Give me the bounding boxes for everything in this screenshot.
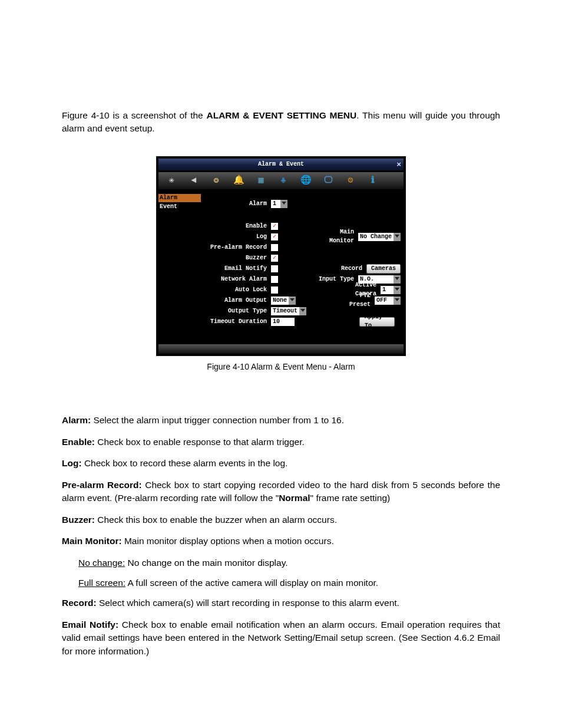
figure-caption: Figure 4-10 Alarm & Event Menu - Alarm <box>62 361 500 373</box>
main-monitor-select[interactable]: No Change <box>358 233 401 241</box>
prealarm-checkbox[interactable] <box>271 244 278 251</box>
email-checkbox[interactable] <box>271 265 278 272</box>
bell-icon[interactable]: 🔔 <box>229 173 248 187</box>
autolock-checkbox[interactable] <box>271 286 278 294</box>
desc-enable: Enable: Check box to enable response to … <box>62 436 500 449</box>
label-outtype: Output Type <box>203 307 269 316</box>
label-prealarm: Pre-alarm Record <box>203 243 269 252</box>
alarm-event-dialog: Alarm & Event × ✳ ◄ ❂ 🔔 ▦ ♣ 🌐 🖵 ⚙ ℹ Alar… <box>156 156 406 356</box>
network-icon[interactable]: ♣ <box>274 173 293 187</box>
timeout-input[interactable]: 10 <box>271 318 295 326</box>
label-autolock: Auto Lock <box>203 286 269 295</box>
motion-icon[interactable]: ✳ <box>162 173 181 187</box>
alarm-select[interactable]: 1 <box>271 200 287 208</box>
desc-prealarm: Pre-alarm Record: Check box to start cop… <box>62 479 500 505</box>
label-log: Log <box>203 233 269 242</box>
intro-prefix: Figure 4-10 is a screenshot of the <box>62 110 207 120</box>
desc-mainmon: Main Monitor: Main monitor display optio… <box>62 535 500 548</box>
record-cameras-button[interactable]: Cameras <box>366 264 401 274</box>
dialog-titlebar: Alarm & Event × <box>158 159 404 170</box>
desc-email: Email Notify: Check box to enable email … <box>62 618 500 658</box>
desc-buzzer: Buzzer: Check this box to enable the buz… <box>62 513 500 526</box>
label-network: Network Alarm <box>203 275 269 284</box>
sidebar-item-alarm[interactable]: Alarm <box>158 194 201 203</box>
dialog-title: Alarm & Event <box>258 161 304 167</box>
web-icon[interactable]: 🌐 <box>296 173 315 187</box>
desc-fullscreen: Full screen: A full screen of the active… <box>62 577 500 589</box>
label-main-monitor: Main Monitor <box>313 228 356 245</box>
label-record: Record <box>322 265 364 274</box>
log-checkbox[interactable]: ✓ <box>271 233 278 241</box>
label-enable: Enable <box>203 222 269 231</box>
sidebar-item-event[interactable]: Event <box>158 203 201 212</box>
dialog-sidebar: Alarm Event <box>157 192 203 342</box>
monitor-icon[interactable]: 🖵 <box>319 173 338 187</box>
buzzer-checkbox[interactable]: ✓ <box>271 255 278 262</box>
desc-log: Log: Check box to record these alarm eve… <box>62 457 500 470</box>
gear-icon[interactable]: ⚙ <box>341 173 360 187</box>
label-ptz: PTZ Preset <box>340 292 372 309</box>
desc-alarm: Alarm: Select the alarm input trigger co… <box>62 414 500 427</box>
outtype-select[interactable]: Timeout <box>271 307 306 315</box>
clock-icon[interactable]: ▦ <box>252 173 270 187</box>
activecam-select[interactable]: 1 <box>381 286 401 294</box>
desc-nochange: No change: No change on the main monitor… <box>62 556 500 569</box>
label-timeout: Timeout Duration <box>203 318 269 327</box>
camera-icon[interactable]: ◄ <box>184 173 203 187</box>
label-buzzer: Buzzer <box>203 254 269 263</box>
info-icon[interactable]: ℹ <box>363 173 382 187</box>
close-icon[interactable]: × <box>396 159 401 171</box>
enable-checkbox[interactable]: ✓ <box>271 223 278 230</box>
label-alarm: Alarm <box>203 200 269 209</box>
dialog-footer <box>158 344 404 354</box>
intro-bold: ALARM & EVENT SETTING MENU <box>207 110 357 120</box>
ptz-select[interactable]: OFF <box>375 297 401 305</box>
search-icon[interactable]: ❂ <box>207 173 226 187</box>
inputtype-select[interactable]: N.O. <box>358 275 401 284</box>
dialog-toolbar: ✳ ◄ ❂ 🔔 ▦ ♣ 🌐 🖵 ⚙ ℹ <box>158 172 404 190</box>
label-email: Email Notify <box>203 265 269 274</box>
apply-to-button[interactable]: Apply To <box>359 317 395 327</box>
dialog-main: Alarm 1 Enable ✓ Log ✓ Main Monitor No C… <box>203 192 405 342</box>
desc-record: Record: Select which camera(s) will star… <box>62 597 500 610</box>
alarmout-select[interactable]: None <box>271 297 296 305</box>
network-checkbox[interactable] <box>271 276 278 283</box>
intro-text: Figure 4-10 is a screenshot of the ALARM… <box>62 109 500 136</box>
label-alarmout: Alarm Output <box>203 297 269 305</box>
